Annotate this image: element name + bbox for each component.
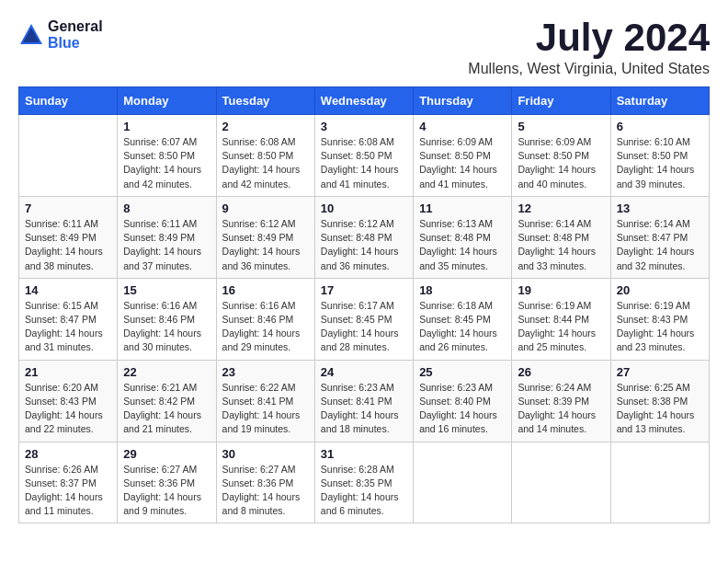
calendar-cell: 26Sunrise: 6:24 AM Sunset: 8:39 PM Dayli…: [512, 360, 610, 442]
day-number: 26: [518, 365, 604, 379]
day-info: Sunrise: 6:22 AM Sunset: 8:41 PM Dayligh…: [222, 381, 309, 437]
week-row-3: 14Sunrise: 6:15 AM Sunset: 8:47 PM Dayli…: [19, 278, 710, 360]
calendar-cell: 4Sunrise: 6:09 AM Sunset: 8:50 PM Daylig…: [414, 115, 512, 197]
day-info: Sunrise: 6:25 AM Sunset: 8:38 PM Dayligh…: [617, 381, 703, 437]
day-number: 28: [25, 447, 111, 461]
calendar-cell: 13Sunrise: 6:14 AM Sunset: 8:47 PM Dayli…: [610, 196, 709, 278]
day-number: 30: [222, 447, 309, 461]
logo-icon: [18, 22, 44, 48]
day-number: 18: [419, 283, 506, 297]
day-info: Sunrise: 6:16 AM Sunset: 8:46 PM Dayligh…: [123, 299, 210, 355]
weekday-header-row: SundayMondayTuesdayWednesdayThursdayFrid…: [19, 87, 710, 115]
day-number: 5: [518, 120, 604, 133]
subtitle: Mullens, West Virginia, United States: [468, 61, 710, 77]
weekday-header-wednesday: Wednesday: [314, 87, 413, 115]
calendar-cell: 12Sunrise: 6:14 AM Sunset: 8:48 PM Dayli…: [512, 196, 610, 278]
calendar-cell: 10Sunrise: 6:12 AM Sunset: 8:48 PM Dayli…: [314, 196, 413, 278]
day-info: Sunrise: 6:11 AM Sunset: 8:49 PM Dayligh…: [25, 217, 111, 273]
day-info: Sunrise: 6:16 AM Sunset: 8:46 PM Dayligh…: [222, 299, 309, 355]
day-info: Sunrise: 6:27 AM Sunset: 8:36 PM Dayligh…: [123, 463, 210, 519]
day-number: 29: [123, 447, 210, 461]
day-number: 3: [321, 120, 407, 133]
day-number: 6: [617, 120, 703, 133]
day-info: Sunrise: 6:20 AM Sunset: 8:43 PM Dayligh…: [25, 381, 111, 437]
calendar-cell: 30Sunrise: 6:27 AM Sunset: 8:36 PM Dayli…: [216, 442, 314, 523]
day-info: Sunrise: 6:10 AM Sunset: 8:50 PM Dayligh…: [617, 135, 703, 191]
day-number: 14: [25, 283, 111, 297]
day-info: Sunrise: 6:26 AM Sunset: 8:37 PM Dayligh…: [25, 463, 111, 519]
calendar-cell: 11Sunrise: 6:13 AM Sunset: 8:48 PM Dayli…: [414, 196, 512, 278]
calendar-cell: 16Sunrise: 6:16 AM Sunset: 8:46 PM Dayli…: [216, 278, 314, 360]
day-info: Sunrise: 6:19 AM Sunset: 8:43 PM Dayligh…: [617, 299, 703, 355]
day-info: Sunrise: 6:23 AM Sunset: 8:40 PM Dayligh…: [419, 381, 506, 437]
calendar-cell: 17Sunrise: 6:17 AM Sunset: 8:45 PM Dayli…: [314, 278, 413, 360]
day-info: Sunrise: 6:08 AM Sunset: 8:50 PM Dayligh…: [321, 135, 407, 191]
week-row-2: 7Sunrise: 6:11 AM Sunset: 8:49 PM Daylig…: [19, 196, 710, 278]
calendar-cell: 29Sunrise: 6:27 AM Sunset: 8:36 PM Dayli…: [118, 442, 216, 523]
calendar-cell: [610, 442, 709, 523]
day-number: 31: [321, 447, 407, 461]
day-info: Sunrise: 6:09 AM Sunset: 8:50 PM Dayligh…: [419, 135, 506, 191]
day-number: 19: [518, 283, 604, 297]
logo-text: General Blue: [48, 18, 103, 51]
calendar-cell: 18Sunrise: 6:18 AM Sunset: 8:45 PM Dayli…: [414, 278, 512, 360]
calendar-cell: 23Sunrise: 6:22 AM Sunset: 8:41 PM Dayli…: [216, 360, 314, 442]
week-row-5: 28Sunrise: 6:26 AM Sunset: 8:37 PM Dayli…: [19, 442, 710, 523]
day-info: Sunrise: 6:14 AM Sunset: 8:47 PM Dayligh…: [617, 217, 703, 273]
day-number: 27: [617, 365, 703, 379]
day-number: 10: [321, 201, 407, 215]
day-info: Sunrise: 6:13 AM Sunset: 8:48 PM Dayligh…: [419, 217, 506, 273]
calendar-cell: 21Sunrise: 6:20 AM Sunset: 8:43 PM Dayli…: [19, 360, 118, 442]
day-info: Sunrise: 6:08 AM Sunset: 8:50 PM Dayligh…: [222, 135, 309, 191]
day-info: Sunrise: 6:14 AM Sunset: 8:48 PM Dayligh…: [518, 217, 604, 273]
weekday-header-sunday: Sunday: [19, 87, 118, 115]
weekday-header-tuesday: Tuesday: [216, 87, 314, 115]
calendar-cell: 15Sunrise: 6:16 AM Sunset: 8:46 PM Dayli…: [118, 278, 216, 360]
header: General Blue July 2024 Mullens, West Vir…: [18, 18, 710, 77]
calendar-cell: 9Sunrise: 6:12 AM Sunset: 8:49 PM Daylig…: [216, 196, 314, 278]
day-number: 23: [222, 365, 309, 379]
calendar-cell: 8Sunrise: 6:11 AM Sunset: 8:49 PM Daylig…: [118, 196, 216, 278]
day-info: Sunrise: 6:21 AM Sunset: 8:42 PM Dayligh…: [123, 381, 210, 437]
day-number: 13: [617, 201, 703, 215]
calendar-cell: 24Sunrise: 6:23 AM Sunset: 8:41 PM Dayli…: [314, 360, 413, 442]
calendar-cell: 1Sunrise: 6:07 AM Sunset: 8:50 PM Daylig…: [118, 115, 216, 197]
day-number: 15: [123, 283, 210, 297]
day-number: 16: [222, 283, 309, 297]
calendar-cell: 5Sunrise: 6:09 AM Sunset: 8:50 PM Daylig…: [512, 115, 610, 197]
logo-blue: Blue: [48, 35, 103, 52]
calendar-cell: 14Sunrise: 6:15 AM Sunset: 8:47 PM Dayli…: [19, 278, 118, 360]
calendar-cell: 27Sunrise: 6:25 AM Sunset: 8:38 PM Dayli…: [610, 360, 709, 442]
day-number: 21: [25, 365, 111, 379]
day-info: Sunrise: 6:11 AM Sunset: 8:49 PM Dayligh…: [123, 217, 210, 273]
day-info: Sunrise: 6:18 AM Sunset: 8:45 PM Dayligh…: [419, 299, 506, 355]
day-number: 25: [419, 365, 506, 379]
day-info: Sunrise: 6:19 AM Sunset: 8:44 PM Dayligh…: [518, 299, 604, 355]
day-number: 11: [419, 201, 506, 215]
weekday-header-thursday: Thursday: [414, 87, 512, 115]
weekday-header-friday: Friday: [512, 87, 610, 115]
calendar-cell: [512, 442, 610, 523]
day-number: 9: [222, 201, 309, 215]
day-number: 12: [518, 201, 604, 215]
day-number: 8: [123, 201, 210, 215]
day-info: Sunrise: 6:12 AM Sunset: 8:49 PM Dayligh…: [222, 217, 309, 273]
day-info: Sunrise: 6:24 AM Sunset: 8:39 PM Dayligh…: [518, 381, 604, 437]
day-info: Sunrise: 6:07 AM Sunset: 8:50 PM Dayligh…: [123, 135, 210, 191]
main-title: July 2024: [468, 18, 710, 57]
title-section: July 2024 Mullens, West Virginia, United…: [468, 18, 710, 77]
day-number: 22: [123, 365, 210, 379]
day-number: 24: [321, 365, 407, 379]
calendar-cell: 19Sunrise: 6:19 AM Sunset: 8:44 PM Dayli…: [512, 278, 610, 360]
calendar-cell: [19, 115, 118, 197]
day-number: 20: [617, 283, 703, 297]
day-number: 2: [222, 120, 309, 133]
logo: General Blue: [18, 18, 103, 51]
weekday-header-monday: Monday: [118, 87, 216, 115]
calendar-cell: 6Sunrise: 6:10 AM Sunset: 8:50 PM Daylig…: [610, 115, 709, 197]
day-info: Sunrise: 6:17 AM Sunset: 8:45 PM Dayligh…: [321, 299, 407, 355]
calendar-cell: 31Sunrise: 6:28 AM Sunset: 8:35 PM Dayli…: [314, 442, 413, 523]
calendar-cell: 22Sunrise: 6:21 AM Sunset: 8:42 PM Dayli…: [118, 360, 216, 442]
day-number: 17: [321, 283, 407, 297]
calendar-table: SundayMondayTuesdayWednesdayThursdayFrid…: [18, 86, 710, 523]
